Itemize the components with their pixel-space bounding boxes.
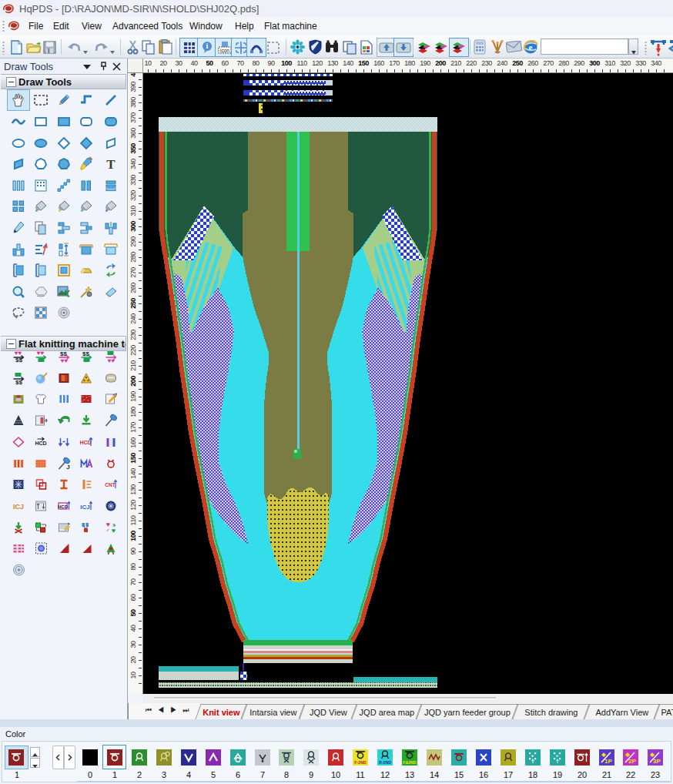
- svg-text:HCD: HCD: [58, 504, 69, 509]
- svg-text:$$: $$: [15, 357, 22, 364]
- svg-text:♥♥: ♥♥: [108, 357, 116, 364]
- svg-text:J: J: [66, 464, 69, 471]
- svg-text:♥: ♥: [112, 527, 116, 534]
- svg-text:3P: 3P: [653, 758, 661, 765]
- svg-text:CNT: CNT: [105, 482, 115, 487]
- svg-text:i: i: [206, 42, 209, 50]
- svg-text:ICJ: ICJ: [13, 503, 24, 511]
- svg-text:ICJ: ICJ: [80, 504, 89, 511]
- svg-text:♥♥: ♥♥: [37, 350, 45, 357]
- svg-text:◆: ◆: [649, 752, 655, 758]
- svg-text:HCD: HCD: [35, 441, 46, 446]
- svg-text:♥♥: ♥♥: [61, 357, 69, 364]
- svg-text:◆: ◆: [624, 752, 630, 758]
- svg-text:e: e: [529, 42, 533, 52]
- svg-text:◆: ◆: [601, 752, 606, 758]
- svg-text:F&2ND: F&2ND: [403, 760, 417, 765]
- svg-text:♥: ♥: [106, 521, 110, 528]
- svg-text:HCD: HCD: [80, 440, 92, 445]
- svg-text:$$: $$: [15, 379, 22, 385]
- svg-text:$$: $$: [82, 350, 89, 357]
- svg-text:icon: icon: [220, 48, 229, 53]
- svg-text:1P: 1P: [604, 758, 612, 765]
- svg-text:R-2ND: R-2ND: [379, 760, 391, 765]
- svg-text:T: T: [106, 157, 116, 172]
- svg-text:F-2ND: F-2ND: [354, 760, 367, 765]
- svg-text:♥♥: ♥♥: [15, 350, 22, 357]
- svg-text:$$: $$: [60, 350, 67, 357]
- svg-text:2P: 2P: [628, 758, 636, 765]
